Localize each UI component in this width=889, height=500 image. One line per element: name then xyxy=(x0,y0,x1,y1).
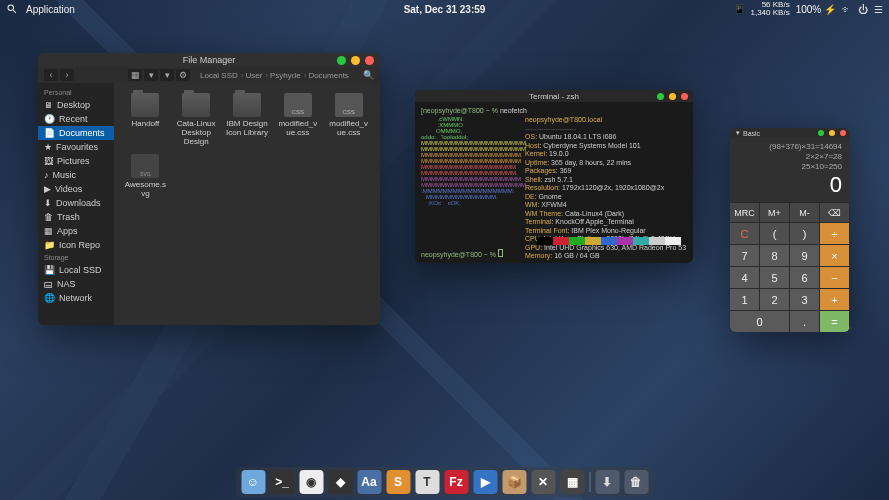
breadcrumb[interactable]: Local SSDUserPsyhydeDocuments xyxy=(200,71,349,80)
key-add[interactable]: + xyxy=(820,288,850,310)
close-button[interactable] xyxy=(840,130,846,136)
sidebar-item-nas[interactable]: 🖴NAS xyxy=(38,277,114,291)
breadcrumb-item[interactable]: Local SSD xyxy=(200,71,243,80)
file-item[interactable]: Cata-Linux Desktop Design xyxy=(173,91,220,148)
dock-sublime[interactable]: S xyxy=(386,470,410,494)
key-2[interactable]: 2 xyxy=(760,288,790,310)
sidebar-item-desktop[interactable]: 🖥Desktop xyxy=(38,98,114,112)
file-label: Cata-Linux Desktop Design xyxy=(175,119,218,146)
file-manager-sidebar: Personal🖥Desktop🕐Recent📄Documents★Favour… xyxy=(38,83,114,325)
sidebar-item-network[interactable]: 🌐Network xyxy=(38,291,114,305)
key-7[interactable]: 7 xyxy=(730,244,760,266)
breadcrumb-item[interactable]: Documents xyxy=(308,71,348,80)
key-3[interactable]: 3 xyxy=(790,288,820,310)
dock-trash[interactable]: 🗑 xyxy=(624,470,648,494)
sidebar-item-favourites[interactable]: ★Favourites xyxy=(38,140,114,154)
app-menu[interactable]: Application xyxy=(26,4,75,15)
key-clear[interactable]: C xyxy=(730,222,760,244)
wifi-icon[interactable]: ᯤ xyxy=(842,4,852,15)
file-item[interactable]: IBM Design Icon Library xyxy=(224,91,271,148)
minimize-button[interactable] xyxy=(337,56,346,65)
file-item[interactable]: CSSmodified_vue.css xyxy=(325,91,372,148)
sidebar-item-label: Local SSD xyxy=(59,265,102,275)
key-6[interactable]: 6 xyxy=(790,266,820,288)
key-rparen[interactable]: ) xyxy=(790,222,820,244)
maximize-button[interactable] xyxy=(829,130,835,136)
dock-sketch[interactable]: ◆ xyxy=(328,470,352,494)
key-8[interactable]: 8 xyxy=(760,244,790,266)
power-icon[interactable]: ⏻ xyxy=(858,4,868,15)
key-equals[interactable]: = xyxy=(820,310,850,332)
maximize-button[interactable] xyxy=(351,56,360,65)
icon-view-button[interactable]: ▦ xyxy=(128,69,142,81)
settings-button[interactable]: ⚙ xyxy=(176,69,190,81)
key-subtract[interactable]: − xyxy=(820,266,850,288)
battery-indicator[interactable]: 100% ⚡ xyxy=(796,4,836,15)
sidebar-item-apps[interactable]: ▦Apps xyxy=(38,224,114,238)
breadcrumb-item[interactable]: User xyxy=(245,71,268,80)
key-lparen[interactable]: ( xyxy=(760,222,790,244)
color-swatch xyxy=(617,237,633,245)
back-button[interactable]: ‹ xyxy=(44,69,58,81)
key-9[interactable]: 9 xyxy=(790,244,820,266)
sidebar-item-pictures[interactable]: 🖼Pictures xyxy=(38,154,114,168)
terminal-titlebar[interactable]: Terminal - zsh xyxy=(415,90,693,102)
key-mplus[interactable]: M+ xyxy=(760,202,790,222)
menu-icon[interactable]: ☰ xyxy=(874,4,883,15)
dock-chrome[interactable]: ◉ xyxy=(299,470,323,494)
breadcrumb-item[interactable]: Psyhyde xyxy=(270,71,306,80)
phone-battery-icon[interactable]: 📱 xyxy=(733,4,745,15)
sidebar-item-trash[interactable]: 🗑Trash xyxy=(38,210,114,224)
sidebar-item-local-ssd[interactable]: 💾Local SSD xyxy=(38,263,114,277)
clock[interactable]: Sat, Dec 31 23:59 xyxy=(404,4,486,15)
file-item[interactable]: CSSmodified_vue.css xyxy=(274,91,321,148)
calculator-result: 0 xyxy=(738,172,842,198)
dock-video[interactable]: ▶ xyxy=(473,470,497,494)
mode-dropdown-icon[interactable]: ▾ xyxy=(736,129,740,137)
close-button[interactable] xyxy=(681,93,688,100)
key-multiply[interactable]: × xyxy=(820,244,850,266)
dock-fonts[interactable]: Aa xyxy=(357,470,381,494)
key-backspace[interactable]: ⌫ xyxy=(820,202,850,222)
dock-calculator[interactable]: ▦ xyxy=(560,470,584,494)
sort-dropdown[interactable]: ▾ xyxy=(160,69,174,81)
dock-downloads[interactable]: ⬇ xyxy=(595,470,619,494)
key-5[interactable]: 5 xyxy=(760,266,790,288)
sidebar-item-label: Pictures xyxy=(57,156,90,166)
key-mrc[interactable]: MRC xyxy=(730,202,760,222)
search-button[interactable]: 🔍 xyxy=(363,70,374,80)
file-manager-titlebar[interactable]: File Manager xyxy=(38,53,380,67)
sidebar-item-downloads[interactable]: ⬇Downloads xyxy=(38,196,114,210)
calculator-titlebar[interactable]: ▾ Basic xyxy=(730,128,850,138)
nas-icon: 🖴 xyxy=(44,279,53,289)
key-4[interactable]: 4 xyxy=(730,266,760,288)
terminal-title: Terminal - zsh xyxy=(529,92,579,101)
close-button[interactable] xyxy=(365,56,374,65)
dock-terminal[interactable]: >_ xyxy=(270,470,294,494)
minimize-button[interactable] xyxy=(818,130,824,136)
dock-filezilla[interactable]: Fz xyxy=(444,470,468,494)
sidebar-item-icon-repo[interactable]: 📁Icon Repo xyxy=(38,238,114,252)
minimize-button[interactable] xyxy=(657,93,664,100)
view-dropdown[interactable]: ▾ xyxy=(144,69,158,81)
terminal-content[interactable]: [neopsyhyde@T800 ~ % neofetch .cWMMN. :X… xyxy=(415,102,693,263)
sidebar-item-recent[interactable]: 🕐Recent xyxy=(38,112,114,126)
maximize-button[interactable] xyxy=(669,93,676,100)
file-manager-content[interactable]: HandoffCata-Linux Desktop DesignIBM Desi… xyxy=(114,83,380,325)
key-mminus[interactable]: M- xyxy=(790,202,820,222)
search-icon[interactable] xyxy=(6,3,18,15)
sidebar-item-music[interactable]: ♪Music xyxy=(38,168,114,182)
dock-text[interactable]: T xyxy=(415,470,439,494)
forward-button[interactable]: › xyxy=(60,69,74,81)
dock-remove[interactable]: ✕ xyxy=(531,470,555,494)
sidebar-item-documents[interactable]: 📄Documents xyxy=(38,126,114,140)
file-item[interactable]: Handoff xyxy=(122,91,169,148)
key-divide[interactable]: ÷ xyxy=(820,222,850,244)
key-0[interactable]: 0 xyxy=(730,310,790,332)
file-item[interactable]: Awesome.svg xyxy=(122,152,169,200)
dock-finder[interactable]: ☺ xyxy=(241,470,265,494)
sidebar-item-videos[interactable]: ▶Videos xyxy=(38,182,114,196)
dock-archive[interactable]: 📦 xyxy=(502,470,526,494)
key-decimal[interactable]: . xyxy=(790,310,820,332)
key-1[interactable]: 1 xyxy=(730,288,760,310)
